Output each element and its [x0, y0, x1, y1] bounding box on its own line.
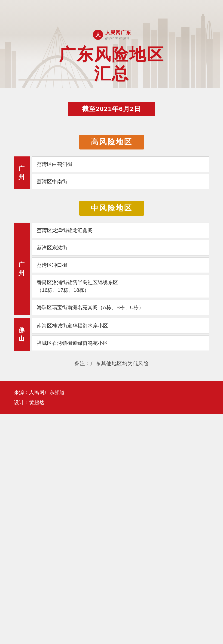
header-section: 人 人民网广东 gd.people.cn 频道 广东风险地区 汇总 [0, 0, 223, 88]
logo-sub-text: gd.people.cn 频道 [105, 36, 131, 40]
svg-rect-25 [11, 51, 16, 88]
list-item: 禅城区石湾镇街道绿茵鸣苑小区 [32, 335, 209, 351]
page-container: 人 人民网广东 gd.people.cn 频道 广东风险地区 汇总 截至2021… [0, 0, 223, 414]
svg-rect-23 [0, 48, 5, 88]
high-risk-badge: 高风险地区 [79, 135, 144, 150]
medium-risk-guangzhou-items: 荔湾区龙津街锦龙汇鑫阁 荔湾区东漱街 荔湾区冲口街 番禺区洛浦街锦绣半岛社区锦绣… [32, 222, 209, 315]
svg-rect-11 [202, 14, 204, 21]
main-title: 广东风险地区 汇总 [59, 45, 164, 83]
svg-text:人: 人 [95, 32, 101, 38]
list-item: 南海区桂城街道华福御水岸小区 [32, 318, 209, 334]
title-line1: 广东风险地区 汇总 [59, 45, 164, 83]
medium-risk-guangzhou-block: 广州 荔湾区龙津街锦龙汇鑫阁 荔湾区东漱街 荔湾区冲口街 番禺区洛浦街锦绣半岛社… [14, 222, 209, 315]
footer-designer: 设计：黄超然 [14, 398, 209, 408]
medium-risk-guangzhou-label: 广州 [14, 222, 30, 315]
medium-risk-foshan-block: 佛山 南海区桂城街道华福御水岸小区 禅城区石湾镇街道绿茵鸣苑小区 [14, 318, 209, 351]
svg-rect-6 [191, 35, 195, 88]
svg-rect-13 [209, 21, 210, 81]
footer: 来源：人民网广东频道 设计：黄超然 [0, 381, 223, 414]
content-area: 高风险地区 广州 荔湾区白鹤洞街 荔湾区中南街 中风险地区 广州 荔湾区龙津街锦… [0, 135, 223, 381]
high-risk-section: 高风险地区 广州 荔湾区白鹤洞街 荔湾区中南街 [14, 135, 209, 189]
medium-risk-header: 中风险地区 [14, 201, 209, 216]
list-item: 海珠区瑞宝街南洲名苑棠阁（A栋、B栋、C栋） [32, 300, 209, 315]
medium-risk-badge: 中风险地区 [79, 201, 144, 216]
logo-main-text: 人民网广东 [105, 29, 131, 36]
svg-rect-5 [181, 26, 190, 88]
renminwang-logo-icon: 人 [92, 29, 104, 40]
svg-rect-9 [213, 32, 220, 88]
svg-rect-4 [176, 37, 181, 88]
medium-risk-foshan-items: 南海区桂城街道华福御水岸小区 禅城区石湾镇街道绿茵鸣苑小区 [32, 318, 209, 351]
list-item: 荔湾区东漱街 [32, 240, 209, 256]
svg-rect-24 [5, 42, 11, 88]
list-item: 荔湾区冲口街 [32, 257, 209, 273]
date-banner: 截至2021年6月2日 [68, 102, 155, 116]
high-risk-header: 高风险地区 [14, 135, 209, 150]
high-risk-guangzhou-items: 荔湾区白鹤洞街 荔湾区中南街 [32, 156, 209, 189]
note-text: 备注：广东其他地区均为低风险 [14, 360, 209, 367]
list-item: 荔湾区白鹤洞街 [32, 156, 209, 172]
medium-risk-foshan-label: 佛山 [14, 318, 30, 351]
list-item: 荔湾区中南街 [32, 174, 209, 189]
logo-text-area: 人民网广东 gd.people.cn 频道 [105, 29, 131, 40]
date-banner-wrapper: 截至2021年6月2日 [0, 95, 223, 126]
list-item: 荔湾区龙津街锦龙汇鑫阁 [32, 222, 209, 238]
high-risk-guangzhou-label: 广州 [14, 156, 30, 189]
svg-rect-10 [201, 16, 205, 88]
medium-risk-section: 中风险地区 广州 荔湾区龙津街锦龙汇鑫阁 荔湾区东漱街 荔湾区冲口街 番禺区洛浦… [14, 201, 209, 351]
high-risk-guangzhou-block: 广州 荔湾区白鹤洞街 荔湾区中南街 [14, 156, 209, 189]
footer-source: 来源：人民网广东频道 [14, 387, 209, 398]
list-item: 番禺区洛浦街锦绣半岛社区锦绣东区（16栋、17栋、18栋） [32, 275, 209, 298]
svg-rect-3 [169, 32, 175, 88]
logo-area: 人 人民网广东 gd.people.cn 频道 [92, 29, 131, 40]
